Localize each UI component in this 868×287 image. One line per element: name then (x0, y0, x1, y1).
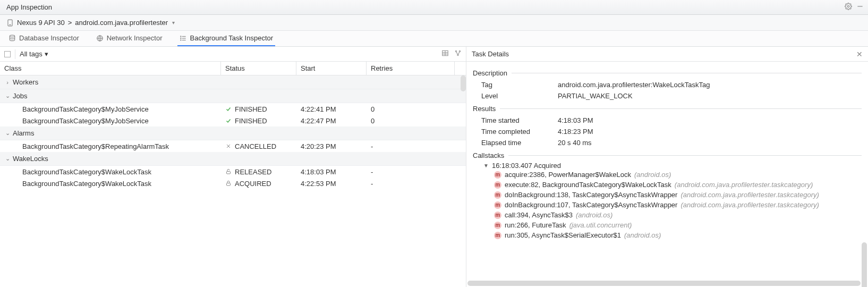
frame-package: (android.com.java.profilertester.taskcat… (675, 181, 813, 189)
cell-status: ACQUIRED (221, 180, 296, 188)
method-icon: m (494, 171, 501, 179)
detail-title: Task Details (472, 50, 509, 58)
kv-key: Time completed (481, 128, 558, 136)
separator (15, 49, 15, 59)
status-text: RELEASED (235, 168, 271, 176)
method-icon: m (494, 181, 501, 189)
cell-class: BackgroundTaskCategory$MyJobService (0, 105, 221, 113)
tags-dropdown[interactable]: All tags ▾ (20, 50, 48, 58)
chevron-right-icon: › (4, 79, 11, 86)
tabbar: Database Inspector Network Inspector Bac… (0, 31, 868, 47)
tab-label: Database Inspector (19, 34, 79, 42)
table-row[interactable]: BackgroundTaskCategory$WakeLockTask ACQU… (0, 178, 466, 189)
kv-key: Level (481, 92, 558, 100)
svg-point-12 (180, 39, 181, 40)
svg-point-17 (455, 50, 456, 52)
group-label: Alarms (13, 129, 34, 137)
svg-point-11 (180, 38, 181, 38)
close-icon[interactable]: ✕ (856, 50, 863, 58)
table-row[interactable]: BackgroundTaskCategory$RepeatingAlarmTas… (0, 140, 466, 152)
vertical-scrollbar[interactable] (862, 242, 867, 287)
stack-frame[interactable]: mexecute:82, BackgroundTaskCategory$Wake… (483, 180, 862, 190)
group-row[interactable]: ⌄WakeLocks (0, 152, 466, 166)
cell-start: 4:22:47 PM (296, 117, 367, 125)
check-icon (225, 117, 232, 124)
tab-database-inspector[interactable]: Database Inspector (6, 31, 81, 46)
breadcrumb-device[interactable]: Nexus 9 API 30 (17, 19, 65, 27)
frame-text: execute:82, BackgroundTaskCategory$WakeL… (505, 181, 671, 189)
table-row[interactable]: BackgroundTaskCategory$WakeLockTask RELE… (0, 166, 466, 178)
kv-key: Tag (481, 81, 558, 89)
svg-point-0 (847, 5, 849, 7)
stack-frame[interactable]: mrun:266, FutureTask (java.util.concurre… (483, 220, 862, 230)
tab-background-task-inspector[interactable]: Background Task Inspector (177, 31, 276, 46)
method-icon: m (494, 222, 501, 229)
callstack-header[interactable]: ▼16:18:03.407 Acquired (483, 162, 862, 170)
group-row[interactable]: ⌄Jobs (0, 89, 466, 103)
cell-retries: - (367, 142, 455, 150)
status-text: ACQUIRED (235, 180, 271, 188)
stack-frame[interactable]: mdoInBackground:138, TaskCategory$AsyncT… (483, 190, 862, 200)
cell-class: BackgroundTaskCategory$MyJobService (0, 117, 221, 125)
svg-line-20 (456, 52, 457, 55)
column-start[interactable]: Start (296, 62, 367, 75)
tab-network-inspector[interactable]: Network Inspector (94, 31, 165, 46)
horizontal-scrollbar[interactable] (467, 281, 861, 286)
method-icon: m (494, 191, 501, 199)
cell-class: BackgroundTaskCategory$RepeatingAlarmTas… (0, 142, 221, 150)
svg-point-18 (459, 50, 460, 52)
panel-title: App Inspection (4, 3, 845, 11)
globe-icon (96, 35, 104, 42)
gear-icon[interactable] (845, 3, 852, 12)
kv-row: Elapsed time20 s 40 ms (473, 137, 862, 148)
table-row[interactable]: BackgroundTaskCategory$MyJobService FINI… (0, 115, 466, 126)
group-row[interactable]: ⌄Alarms (0, 126, 466, 140)
section-results: Results (473, 105, 862, 113)
kv-value: 20 s 40 ms (558, 139, 592, 147)
stop-icon[interactable] (4, 51, 11, 57)
scrollbar[interactable] (461, 75, 466, 91)
kv-key: Time started (481, 116, 558, 124)
breadcrumb-process[interactable]: android.com.java.profilertester (75, 19, 168, 27)
cell-start: 4:18:03 PM (296, 168, 367, 176)
svg-point-19 (457, 54, 458, 55)
column-class[interactable]: Class (0, 62, 221, 75)
chevron-down-icon[interactable]: ▾ (172, 20, 175, 26)
stack-frame[interactable]: mcall:394, AsyncTask$3 (android.os) (483, 210, 862, 220)
column-status[interactable]: Status (221, 62, 296, 75)
table-row[interactable]: BackgroundTaskCategory$MyJobService FINI… (0, 103, 466, 115)
chevron-down-icon: ⌄ (4, 92, 11, 99)
column-retries[interactable]: Retries (367, 62, 455, 75)
stack-frame[interactable]: mrun:305, AsyncTask$SerialExecutor$1 (an… (483, 230, 862, 240)
frame-package: (java.util.concurrent) (569, 221, 632, 229)
svg-point-10 (180, 36, 181, 36)
cell-status: CANCELLED (221, 142, 296, 150)
frame-package: (android.os) (624, 231, 661, 239)
group-row[interactable]: ›Workers (0, 75, 466, 89)
stack-frame[interactable]: mdoInBackground:107, TaskCategory$AsyncT… (483, 200, 862, 210)
device-icon (6, 19, 14, 27)
callstack-title: 16:18:03.407 Acquired (492, 162, 561, 170)
cell-start: 4:20:23 PM (296, 142, 367, 150)
frame-package: (android.os) (576, 211, 612, 219)
frame-text: doInBackground:107, TaskCategory$AsyncTa… (505, 201, 677, 209)
callstack-entry: ▼16:18:03.407 Acquiredmacquire:2386, Pow… (473, 162, 862, 240)
stack-frame[interactable]: macquire:2386, PowerManager$WakeLock (an… (483, 170, 862, 180)
cell-class: BackgroundTaskCategory$WakeLockTask (0, 168, 221, 176)
view-toggle-icons (441, 49, 462, 58)
tab-label: Network Inspector (107, 34, 163, 42)
grid-body[interactable]: ›Workers⌄Jobs BackgroundTaskCategory$MyJ… (0, 75, 466, 287)
minimize-icon[interactable] (856, 3, 864, 12)
kv-row: Tagandroid.com.java.profilertester:WakeL… (473, 79, 862, 90)
frame-package: (android.com.java.profilertester.taskcat… (680, 201, 819, 209)
cell-class: BackgroundTaskCategory$WakeLockTask (0, 180, 221, 188)
kv-row: Time started4:18:03 PM (473, 115, 862, 126)
cell-retries: 0 (367, 105, 455, 113)
breadcrumb-separator: > (68, 19, 72, 27)
table-view-icon[interactable] (441, 49, 449, 58)
detail-body[interactable]: Description Tagandroid.com.java.profiler… (466, 62, 868, 287)
kv-value: android.com.java.profilertester:WakeLock… (558, 81, 710, 89)
graph-view-icon[interactable] (454, 49, 462, 58)
svg-rect-25 (227, 183, 231, 186)
cell-status: FINISHED (221, 105, 296, 113)
